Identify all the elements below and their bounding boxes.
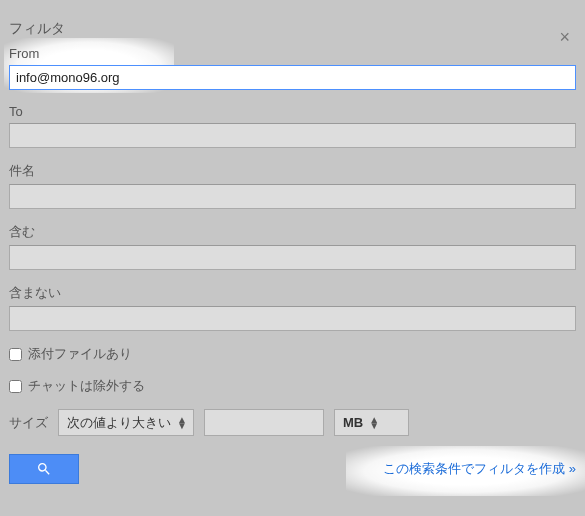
create-filter-link[interactable]: この検索条件でフィルタを作成 » [383, 460, 576, 478]
exclude-label: 含まない [9, 284, 576, 302]
from-field-group: From [9, 46, 576, 90]
from-input[interactable] [9, 65, 576, 90]
subject-label: 件名 [9, 162, 576, 180]
updown-icon: ▲▼ [177, 417, 187, 429]
subject-field-group: 件名 [9, 162, 576, 209]
size-comparator-select[interactable]: 次の値より大きい ▲▼ [58, 409, 194, 436]
exclude-field-group: 含まない [9, 284, 576, 331]
size-value-input[interactable] [204, 409, 324, 436]
subject-input[interactable] [9, 184, 576, 209]
close-icon[interactable]: × [559, 28, 570, 46]
exclude-input[interactable] [9, 306, 576, 331]
include-field-group: 含む [9, 223, 576, 270]
from-label: From [9, 46, 576, 61]
attachment-checkbox-label: 添付ファイルあり [28, 345, 132, 363]
include-input[interactable] [9, 245, 576, 270]
updown-icon: ▲▼ [369, 417, 379, 429]
size-row: サイズ 次の値より大きい ▲▼ MB ▲▼ [9, 409, 576, 436]
search-icon [36, 461, 52, 477]
chat-exclude-checkbox-row: チャットは除外する [9, 377, 576, 395]
dialog-title: フィルタ [9, 20, 576, 38]
size-unit-select[interactable]: MB ▲▼ [334, 409, 409, 436]
size-comparator-value: 次の値より大きい [67, 414, 171, 432]
chat-exclude-checkbox[interactable] [9, 380, 22, 393]
search-button[interactable] [9, 454, 79, 484]
to-field-group: To [9, 104, 576, 148]
to-label: To [9, 104, 576, 119]
attachment-checkbox[interactable] [9, 348, 22, 361]
size-label: サイズ [9, 414, 48, 432]
size-unit-value: MB [343, 415, 363, 430]
chat-exclude-checkbox-label: チャットは除外する [28, 377, 145, 395]
bottom-row: この検索条件でフィルタを作成 » [9, 454, 576, 484]
to-input[interactable] [9, 123, 576, 148]
include-label: 含む [9, 223, 576, 241]
attachment-checkbox-row: 添付ファイルあり [9, 345, 576, 363]
